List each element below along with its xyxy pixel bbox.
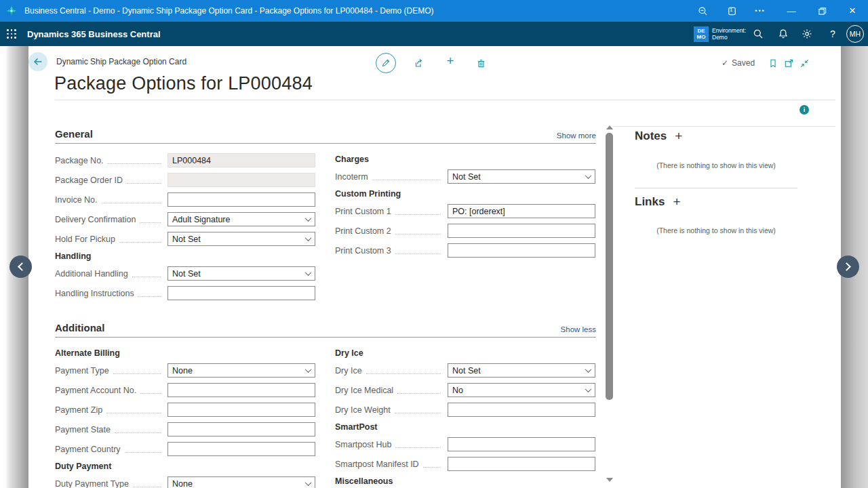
scrollbar-thumb[interactable] xyxy=(606,133,613,400)
payment-state-input[interactable] xyxy=(167,422,315,436)
settings-gear-icon[interactable] xyxy=(802,28,812,39)
smartpost-hub-input[interactable] xyxy=(448,437,595,451)
new-record-button[interactable]: + xyxy=(445,56,456,66)
field-row: Additional Handling Not Set xyxy=(55,266,315,281)
tab-count-icon[interactable]: 1 xyxy=(719,0,744,22)
environment-badge[interactable]: DE MO xyxy=(694,26,709,42)
back-button[interactable] xyxy=(28,52,47,71)
field-row: Dry Ice Weight xyxy=(335,403,595,417)
dotted-leader xyxy=(397,386,441,394)
group-header-custom-printing: Custom Printing xyxy=(335,189,595,200)
chevron-down-icon xyxy=(585,366,592,373)
smartpost-hub-label: Smartpost Hub xyxy=(335,440,391,449)
package-order-id-field xyxy=(167,173,315,187)
environment-label: Environment: xyxy=(712,27,746,34)
app-launcher-icon[interactable] xyxy=(7,29,16,39)
dotted-leader xyxy=(372,173,441,180)
window-titlebar: Business Central - Demo - Dynamic Ship P… xyxy=(0,0,868,22)
duty-payment-type-select[interactable]: None xyxy=(167,476,315,488)
payment-account-no-input[interactable] xyxy=(167,383,315,397)
add-note-button[interactable]: + xyxy=(675,129,682,144)
print-custom-3-input[interactable] xyxy=(448,243,595,258)
select-value: Not Set xyxy=(452,172,481,182)
dotted-leader xyxy=(395,441,441,448)
delivery-confirmation-select[interactable]: Adult Signature xyxy=(167,212,315,226)
field-row: Dry Ice Not Set xyxy=(335,363,595,378)
print-custom-2-input[interactable] xyxy=(448,224,595,238)
notes-title[interactable]: Notes xyxy=(635,129,667,143)
group-header-dry-ice: Dry Ice xyxy=(335,348,595,359)
zoom-out-icon[interactable] xyxy=(690,0,715,22)
dotted-leader xyxy=(395,406,441,413)
hold-for-pickup-select[interactable]: Not Set xyxy=(167,232,315,246)
additional-handling-select[interactable]: Not Set xyxy=(167,266,315,281)
open-in-new-window-icon[interactable] xyxy=(783,58,794,68)
field-row: Delivery Confirmation Adult Signature xyxy=(55,212,315,226)
environment-badge-line1: DE xyxy=(694,28,709,34)
dry-ice-weight-label: Dry Ice Weight xyxy=(335,405,391,415)
dry-ice-medical-select[interactable]: No xyxy=(448,383,595,397)
group-header-alternate-billing: Alternate Billing xyxy=(55,348,315,359)
navbar: Dynamics 365 Business Central DE MO Envi… xyxy=(0,22,868,46)
dotted-leader xyxy=(102,196,161,203)
environment-name: Demo xyxy=(712,34,746,41)
delete-button[interactable] xyxy=(475,58,486,68)
dry-ice-weight-input[interactable] xyxy=(448,403,595,417)
factbox-divider xyxy=(614,126,835,127)
chevron-down-icon xyxy=(585,386,592,392)
field-row: Package No. LP000484 xyxy=(55,153,315,167)
select-value: No xyxy=(452,386,463,395)
additional-title[interactable]: Additional xyxy=(55,322,104,333)
dotted-leader xyxy=(140,216,161,223)
general-left-column: Package No. LP000484 Package Order ID In… xyxy=(55,153,315,306)
smartpost-manifest-id-input[interactable] xyxy=(448,457,595,471)
help-icon[interactable]: ? xyxy=(827,28,838,39)
additional-show-less-link[interactable]: Show less xyxy=(561,325,596,333)
general-title[interactable]: General xyxy=(55,128,93,140)
links-title[interactable]: Links xyxy=(635,195,665,209)
incoterm-select[interactable]: Not Set xyxy=(448,169,595,184)
add-link-button[interactable]: + xyxy=(673,195,680,209)
payment-zip-input[interactable] xyxy=(167,403,315,417)
save-status: ✓ Saved xyxy=(722,58,755,68)
notes-empty-text: (There is nothing to show in this view) xyxy=(635,161,797,169)
brand-title[interactable]: Dynamics 365 Business Central xyxy=(27,22,161,46)
payment-type-label: Payment Type xyxy=(55,366,109,375)
edit-pencil-button[interactable] xyxy=(376,53,396,73)
scrollbar-down-arrow[interactable] xyxy=(606,478,613,482)
general-show-more-link[interactable]: Show more xyxy=(557,131,596,140)
smartpost-manifest-id-label: Smartpost Manifest ID xyxy=(335,460,419,469)
info-icon[interactable]: i xyxy=(800,105,809,115)
field-row: Dry Ice Medical No xyxy=(335,383,595,397)
dry-ice-select[interactable]: Not Set xyxy=(448,363,595,378)
dotted-leader xyxy=(423,460,441,468)
print-custom-1-input[interactable]: PO: [orderext] xyxy=(448,204,595,218)
panel-divider xyxy=(635,188,797,188)
user-avatar[interactable]: MH xyxy=(846,25,864,43)
payment-type-select[interactable]: None xyxy=(167,363,315,378)
minimize-icon[interactable]: — xyxy=(779,0,804,22)
next-record-button[interactable] xyxy=(837,256,859,278)
select-value: None xyxy=(172,479,193,488)
field-row: Duty Payment Type None xyxy=(55,476,315,488)
restore-window-icon[interactable] xyxy=(810,0,834,22)
hold-for-pickup-label: Hold For Pickup xyxy=(55,235,115,244)
handling-instructions-input[interactable] xyxy=(167,286,315,300)
fasttab-general: General Show more Package No. LP000484 P… xyxy=(55,128,596,144)
bookmark-icon[interactable] xyxy=(768,58,778,68)
dotted-leader xyxy=(125,445,161,453)
package-order-id-label: Package Order ID xyxy=(55,176,123,185)
search-icon[interactable] xyxy=(753,28,764,39)
payment-country-input[interactable] xyxy=(167,442,315,456)
invoice-no-input[interactable] xyxy=(167,192,315,207)
more-options-icon[interactable]: ••• xyxy=(748,0,772,22)
notifications-bell-icon[interactable] xyxy=(778,28,789,39)
close-icon[interactable]: × xyxy=(840,0,865,22)
previous-record-button[interactable] xyxy=(9,256,32,278)
scrollbar-up-arrow[interactable] xyxy=(606,125,613,129)
payment-state-label: Payment State xyxy=(55,425,111,434)
handling-instructions-label: Handling Instructions xyxy=(55,289,134,298)
collapse-focus-mode-icon[interactable] xyxy=(799,58,810,68)
share-button[interactable] xyxy=(412,58,423,68)
fasttab-additional: Additional Show less Alternate Billing P… xyxy=(55,322,596,338)
